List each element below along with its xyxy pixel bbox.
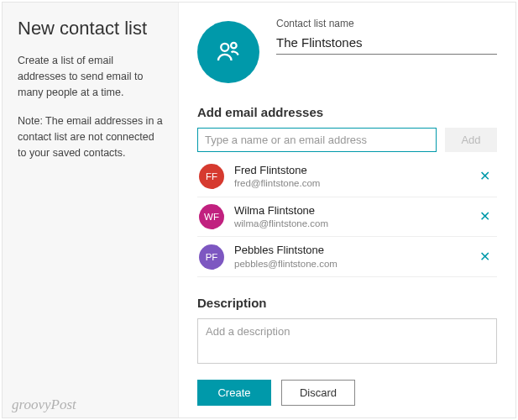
contact-row: FFFred Flintstonefred@flintstone.com✕ — [197, 157, 497, 197]
remove-contact-icon[interactable]: ✕ — [474, 207, 495, 227]
remove-contact-icon[interactable]: ✕ — [474, 166, 495, 186]
contact-initials-avatar: WF — [199, 204, 224, 229]
discard-button[interactable]: Discard — [281, 380, 355, 406]
contact-info: Wilma Flintstonewilma@flintstone.com — [234, 204, 464, 230]
create-button[interactable]: Create — [197, 380, 271, 406]
page-note: Note: The email addresses in a contact l… — [18, 113, 165, 160]
people-icon — [214, 38, 243, 66]
page-title: New contact list — [18, 18, 165, 39]
contact-initials-avatar: FF — [199, 164, 224, 189]
name-field-label: Contact list name — [276, 18, 497, 29]
contact-row: PFPebbles Flintstonepebbles@flintstone.c… — [197, 237, 497, 277]
description-textarea[interactable] — [197, 318, 497, 364]
main-content: Contact list name Add email addresses Ad… — [179, 3, 515, 417]
contact-email: wilma@flintstone.com — [234, 218, 464, 229]
contact-email: pebbles@flintstone.com — [234, 258, 464, 270]
add-email-input[interactable] — [197, 128, 437, 152]
svg-point-1 — [231, 43, 237, 49]
description-title: Description — [197, 296, 497, 310]
contact-name: Fred Flintstone — [234, 164, 464, 177]
add-emails-title: Add email addresses — [197, 105, 497, 119]
contact-list-avatar — [197, 21, 259, 83]
contact-list: FFFred Flintstonefred@flintstone.com✕WFW… — [197, 157, 497, 277]
contact-initials-avatar: PF — [199, 244, 224, 270]
contact-name: Wilma Flintstone — [234, 204, 464, 218]
contact-info: Pebbles Flintstonepebbles@flintstone.com — [234, 244, 464, 270]
svg-point-0 — [221, 44, 228, 51]
contact-row: WFWilma Flintstonewilma@flintstone.com✕ — [197, 197, 497, 238]
info-sidebar: New contact list Create a list of email … — [3, 3, 179, 417]
remove-contact-icon[interactable]: ✕ — [474, 247, 495, 267]
page-description: Create a list of email addresses to send… — [18, 53, 165, 100]
add-email-button[interactable]: Add — [445, 128, 497, 152]
contact-name: Pebbles Flintstone — [234, 244, 464, 257]
contact-email: fred@flintstone.com — [234, 177, 464, 189]
contact-info: Fred Flintstonefred@flintstone.com — [234, 164, 464, 190]
contact-list-name-input[interactable] — [276, 32, 497, 55]
